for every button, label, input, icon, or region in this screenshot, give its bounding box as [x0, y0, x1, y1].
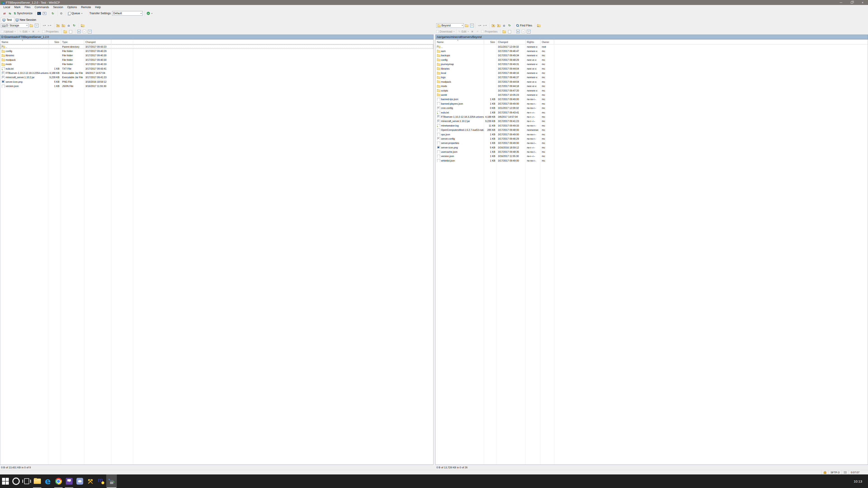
synchronize-button[interactable]: ⇅ Synchronize — [13, 12, 33, 15]
taskbar-cortana-button[interactable] — [11, 475, 21, 488]
select-remove-icon-left[interactable]: − — [82, 29, 87, 34]
file-row[interactable]: librariesFile folder3/17/2017 09:40:30 — [0, 53, 433, 58]
edit-button-right[interactable]: ✎ Edit▾ — [458, 30, 470, 33]
column-header-size[interactable]: Size — [49, 39, 61, 44]
delete-icon-left[interactable]: ✖ — [31, 29, 36, 34]
taskbar-task-view-button[interactable] — [21, 475, 32, 488]
transfer-settings-select[interactable]: Default ▾ — [112, 11, 143, 15]
taskbar-edge-button[interactable]: e — [42, 475, 53, 488]
column-header-name[interactable]: Name — [436, 39, 484, 44]
root-directory-icon[interactable]: \ — [61, 23, 66, 28]
new-session-tab[interactable]: New Session — [14, 17, 38, 22]
file-row[interactable]: configFile folder3/17/2017 09:40:29 — [0, 49, 433, 53]
session-manager-icon[interactable]: ⇆ — [7, 11, 12, 15]
file-row[interactable]: eula.txt1 KB3/17/2017 09:43:41rw-r--r--m… — [436, 110, 868, 115]
right-path-bar[interactable]: /var/games/minecraft/servers/Beyond — [435, 35, 868, 39]
filter-icon[interactable]: ▽ — [34, 23, 39, 28]
synchronize-browsing-icon[interactable]: ⇄ — [146, 11, 151, 15]
new-file-icon-left[interactable] — [68, 29, 73, 34]
forward-icon-right[interactable]: ►▾ — [483, 23, 487, 28]
delete-icon-right[interactable]: ✖ — [470, 29, 475, 34]
file-row[interactable]: journeymap3/17/2017 09:49:31rwxrwxr-xmc — [436, 62, 868, 66]
home-directory-icon-right[interactable]: ⌂ — [502, 23, 506, 28]
new-folder-icon-left[interactable] — [63, 29, 68, 34]
upload-button[interactable]: ↑ Upload▾ — [0, 30, 17, 33]
file-row[interactable]: ⚙server.config1 KB3/17/2017 09:46:29rw-r… — [436, 136, 868, 141]
queue-button[interactable]: Queue ▾ — [67, 12, 84, 15]
taskbar-discord-button[interactable] — [74, 475, 85, 488]
properties-button-right[interactable]: Properties — [480, 30, 498, 33]
select-add-icon-right[interactable]: + — [515, 29, 520, 34]
file-row[interactable]: version.json1 KB3/16/2017 11:55:30rw-r--… — [436, 154, 868, 158]
file-row[interactable]: FTBserver-1.10.2-12.18.3.2254-universal.… — [436, 115, 868, 119]
menu-options[interactable]: Options — [65, 5, 79, 10]
menu-help[interactable]: Help — [93, 5, 103, 10]
refresh-icon[interactable]: ↻ — [72, 23, 76, 28]
root-directory-icon-right[interactable]: / — [496, 23, 501, 28]
file-row[interactable]: server.properties1 KB3/17/2017 09:49:00r… — [436, 141, 868, 145]
drive-select[interactable]: D: Storage ▾ — [1, 23, 29, 28]
open-terminal-icon[interactable]: >_ — [37, 11, 41, 15]
file-row[interactable]: minecraft_server.1.10.2.jar9,239 KBExecu… — [0, 75, 433, 79]
menu-files[interactable]: Files — [23, 5, 33, 10]
column-header-changed[interactable]: Changed — [84, 39, 111, 44]
find-files-button[interactable]: Find Files — [515, 24, 533, 27]
file-row[interactable]: config3/17/2017 09:48:29rwxr-xr-xmc — [436, 58, 868, 62]
new-folder-icon-right[interactable] — [502, 29, 506, 34]
column-header-rights[interactable]: Rights — [526, 39, 540, 44]
open-console-icon[interactable]: ✎ — [42, 11, 47, 15]
taskbar-file-explorer-button[interactable] — [32, 475, 42, 488]
file-row[interactable]: banned-players.json1 KB3/17/2017 09:49:0… — [436, 101, 868, 106]
file-row[interactable]: whitelist.json1 KB3/17/2017 09:49:00rw-r… — [436, 158, 868, 163]
taskbar-mirc-button[interactable] — [96, 475, 106, 488]
taskbar-twitch-button[interactable] — [64, 475, 74, 488]
file-row[interactable]: ↑..3/11/2017 12:09:32rwxrwxr-xroot — [436, 44, 868, 49]
refresh-session-icon[interactable]: ↻ — [51, 11, 55, 15]
selection-filter-icon-right[interactable]: ▽ — [526, 29, 531, 34]
properties-button-left[interactable]: Properties — [41, 30, 59, 33]
synchronize-browsing-caret[interactable]: ▾ — [151, 12, 152, 14]
taskbar-clock[interactable]: 10:13 — [854, 480, 868, 483]
refresh-icon-right[interactable]: ↻ — [507, 23, 512, 28]
file-row[interactable]: backups3/17/2017 09:49:34rwxrwxr-xmc — [436, 53, 868, 58]
menu-remote[interactable]: Remote — [79, 5, 93, 10]
download-button[interactable]: ↓ Download▾ — [435, 30, 456, 33]
taskbar-start-button[interactable] — [0, 475, 11, 488]
file-row[interactable]: banned-ips.json1 KB3/17/2017 09:49:00rw-… — [436, 97, 868, 101]
session-tab-test[interactable]: Test — [1, 17, 14, 22]
file-row[interactable]: eula.txt1 KBTXT File3/17/2017 09:43:41 — [0, 66, 433, 71]
forward-icon[interactable]: ►▾ — [47, 23, 52, 28]
column-header-type[interactable]: Type — [61, 39, 84, 44]
file-row[interactable]: FTBserver-1.10.2-12.18.3.2254-universal.… — [0, 71, 433, 75]
rename-icon-right[interactable]: ✍ — [475, 29, 480, 34]
taskbar-chrome-button[interactable] — [53, 475, 64, 488]
column-header-name[interactable]: Name — [0, 39, 49, 44]
file-row[interactable]: ↑..Parent directory3/17/2017 09:43:23 — [0, 44, 433, 49]
selection-filter-icon-left[interactable]: ▽ — [87, 29, 92, 34]
parent-directory-icon[interactable]: ↑ — [55, 23, 60, 28]
file-row[interactable]: minecraft_server.1.10.2.jar9,239 KB3/17/… — [436, 119, 868, 123]
column-header-changed[interactable]: Changed — [497, 39, 526, 44]
close-button[interactable]: × — [857, 0, 868, 5]
left-path-bar[interactable]: D:\Downloads\FTBBeyondServer_1.2.0 — [0, 35, 434, 39]
column-header-size[interactable]: Size — [484, 39, 497, 44]
open-directory-icon[interactable] — [29, 23, 34, 28]
file-row[interactable]: server-icon.png5 KB3/16/2016 18:59:12rw-… — [436, 145, 868, 150]
file-row[interactable]: asm3/17/2017 09:46:47rwxrwxr-xmc — [436, 49, 868, 53]
select-add-icon-left[interactable]: + — [76, 29, 81, 34]
menu-local[interactable]: Local — [1, 5, 12, 10]
file-row[interactable]: OpenComputersMod-1.6.2.7-lua53-nati...28… — [436, 128, 868, 132]
new-file-icon-right[interactable] — [507, 29, 512, 34]
home-directory-icon[interactable]: ⌂ — [66, 23, 71, 28]
taskbar-winscp-button[interactable]: ↖↘ — [106, 475, 117, 488]
file-row[interactable]: logs3/17/2017 09:46:37rwxrwxr-xmc — [436, 75, 868, 79]
file-row[interactable]: ⚙cron.config0 KB3/11/2017 12:09:32rw-rw-… — [436, 106, 868, 110]
select-remove-icon-right[interactable]: − — [521, 29, 526, 34]
file-row[interactable]: mods3/17/2017 09:44:18rwxr-xr-xmc — [436, 84, 868, 88]
file-row[interactable]: version.json1 KBJSON File3/16/2017 11:55… — [0, 84, 433, 88]
file-row[interactable]: local3/17/2017 09:48:16rwxrwxr-xmc — [436, 71, 868, 75]
menu-mark[interactable]: Mark — [12, 5, 23, 10]
open-directory-icon-right[interactable] — [464, 23, 469, 28]
file-row[interactable]: minetweaker.log11 KB3/17/2017 09:49:33rw… — [436, 123, 868, 128]
column-header-owner[interactable]: Owner — [540, 39, 554, 44]
